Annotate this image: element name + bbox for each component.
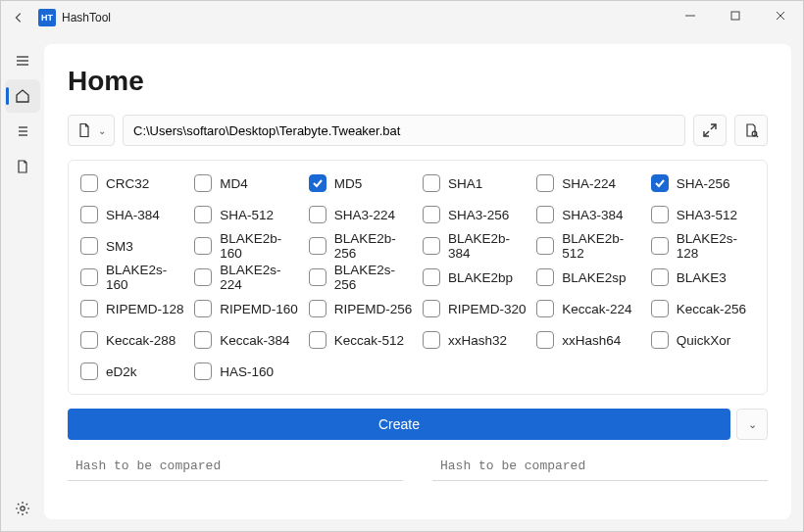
algorithm-checkbox[interactable]: BLAKE2s-224 <box>194 265 298 290</box>
sidebar-menu-button[interactable] <box>5 44 40 77</box>
algorithm-checkbox[interactable]: SHA-256 <box>651 170 755 196</box>
open-file-button[interactable] <box>734 115 768 146</box>
algorithm-checkbox[interactable]: xxHash32 <box>423 327 527 353</box>
checkbox-icon <box>309 206 327 223</box>
algorithm-label: BLAKE2b-384 <box>448 231 527 261</box>
algorithm-checkbox[interactable]: RIPEMD-160 <box>194 296 298 321</box>
algorithm-checkbox[interactable]: Keccak-288 <box>80 327 184 353</box>
algorithm-checkbox[interactable]: MD5 <box>309 170 413 196</box>
sidebar <box>1 34 44 531</box>
sidebar-settings-button[interactable] <box>5 492 40 525</box>
algorithm-label: BLAKE2s-224 <box>220 263 298 292</box>
algorithm-checkbox[interactable]: BLAKE2s-256 <box>309 265 413 290</box>
algorithm-label: BLAKE2bp <box>448 270 513 285</box>
checkbox-icon <box>194 206 212 223</box>
algorithm-label: BLAKE2b-256 <box>334 231 413 261</box>
algorithm-checkbox[interactable]: BLAKE2sp <box>536 265 640 290</box>
file-type-dropdown[interactable]: ⌄ <box>68 115 115 146</box>
fullscreen-button[interactable] <box>693 115 727 146</box>
algorithm-checkbox[interactable]: eD2k <box>80 359 184 384</box>
window-controls <box>668 1 803 30</box>
close-button[interactable] <box>758 1 803 30</box>
algorithm-label: RIPEMD-160 <box>220 302 298 316</box>
algorithm-checkbox[interactable]: MD4 <box>194 170 298 196</box>
checkbox-icon <box>194 174 212 192</box>
algorithm-checkbox[interactable]: RIPEMD-320 <box>423 296 527 321</box>
algorithm-checkbox[interactable]: Keccak-512 <box>309 327 413 353</box>
algorithm-checkbox[interactable]: HAS-160 <box>194 359 298 384</box>
checkbox-icon <box>423 300 440 317</box>
algorithm-checkbox[interactable]: Keccak-384 <box>194 327 298 353</box>
create-dropdown-button[interactable]: ⌄ <box>736 409 768 440</box>
algorithm-checkbox[interactable]: BLAKE2b-512 <box>536 233 640 259</box>
algorithm-checkbox[interactable]: BLAKE2bp <box>423 265 527 290</box>
algorithm-label: BLAKE2b-512 <box>562 231 640 261</box>
checkbox-icon <box>309 300 327 317</box>
sidebar-document-button[interactable] <box>5 150 40 183</box>
checkbox-icon <box>80 268 98 286</box>
compare-input-left[interactable] <box>68 452 403 481</box>
algorithm-checkbox[interactable]: BLAKE2b-256 <box>309 233 413 259</box>
checkbox-icon <box>651 237 669 255</box>
algorithm-checkbox[interactable]: BLAKE3 <box>651 265 755 290</box>
home-icon <box>15 88 30 104</box>
file-path-input[interactable] <box>123 115 685 146</box>
file-path-row: ⌄ <box>68 115 768 146</box>
algorithm-checkbox[interactable]: SHA-384 <box>80 202 184 227</box>
algorithm-label: BLAKE2sp <box>562 270 626 285</box>
algorithm-label: SHA3-512 <box>677 208 737 222</box>
algorithm-label: RIPEMD-128 <box>106 302 184 316</box>
algorithm-checkbox[interactable]: QuickXor <box>651 327 755 353</box>
sidebar-home-button[interactable] <box>5 79 40 113</box>
maximize-button[interactable] <box>713 1 758 30</box>
minimize-button[interactable] <box>668 1 713 30</box>
algorithm-checkbox[interactable]: RIPEMD-256 <box>309 296 413 321</box>
checkbox-icon <box>194 268 212 286</box>
minimize-icon <box>685 11 695 21</box>
content-panel: Home ⌄ CRC32MD4MD5SHA1SHA-224SHA-256SHA-… <box>44 44 791 519</box>
svg-point-10 <box>21 507 25 510</box>
algorithm-checkbox[interactable]: RIPEMD-128 <box>80 296 184 321</box>
algorithm-label: SHA-256 <box>677 176 730 191</box>
algorithm-label: eD2k <box>106 364 137 379</box>
algorithm-checkbox[interactable]: BLAKE2s-128 <box>651 233 755 259</box>
create-row: Create ⌄ <box>68 409 768 440</box>
algorithm-label: SHA-224 <box>562 176 616 191</box>
checkbox-icon <box>80 206 98 223</box>
algorithm-checkbox[interactable]: Keccak-256 <box>651 296 755 321</box>
algorithm-checkbox[interactable]: SHA3-384 <box>536 202 640 227</box>
algorithm-checkbox[interactable]: BLAKE2b-384 <box>423 233 527 259</box>
algorithm-label: SHA-384 <box>106 208 160 222</box>
algorithm-label: BLAKE2s-128 <box>677 231 755 261</box>
algorithm-checkbox[interactable]: SHA-224 <box>536 170 640 196</box>
algorithm-label: BLAKE2b-160 <box>220 231 298 261</box>
algorithm-checkbox[interactable]: xxHash64 <box>536 327 640 353</box>
sidebar-list-button[interactable] <box>5 115 40 148</box>
algorithm-checkbox[interactable]: CRC32 <box>80 170 184 196</box>
checkbox-icon <box>651 268 669 286</box>
algorithm-checkbox[interactable]: BLAKE2b-160 <box>194 233 298 259</box>
algorithm-checkbox[interactable]: Keccak-224 <box>536 296 640 321</box>
document-icon <box>15 159 30 174</box>
algorithm-checkbox[interactable]: SHA1 <box>423 170 527 196</box>
algorithm-checkbox[interactable]: SM3 <box>80 233 184 259</box>
svg-rect-1 <box>731 12 739 20</box>
compare-input-right[interactable] <box>432 452 768 481</box>
checkbox-icon <box>194 237 212 255</box>
algorithm-checkbox[interactable]: SHA3-256 <box>423 202 527 227</box>
arrow-left-icon <box>12 11 25 24</box>
algorithm-checkbox[interactable]: SHA3-224 <box>309 202 413 227</box>
back-button[interactable] <box>1 11 36 24</box>
checkbox-icon <box>423 268 440 286</box>
algorithm-checkbox[interactable]: SHA-512 <box>194 202 298 227</box>
window-title: HashTool <box>62 11 111 24</box>
checkbox-icon <box>194 331 212 349</box>
algorithm-label: Keccak-224 <box>562 302 631 316</box>
algorithm-label: HAS-160 <box>220 364 274 379</box>
checkbox-icon <box>309 331 327 349</box>
algorithm-label: Keccak-512 <box>334 333 404 348</box>
algorithm-checkbox[interactable]: SHA3-512 <box>651 202 755 227</box>
create-button[interactable]: Create <box>68 409 730 440</box>
algorithm-checkbox[interactable]: BLAKE2s-160 <box>80 265 184 290</box>
algorithm-label: QuickXor <box>677 333 731 348</box>
